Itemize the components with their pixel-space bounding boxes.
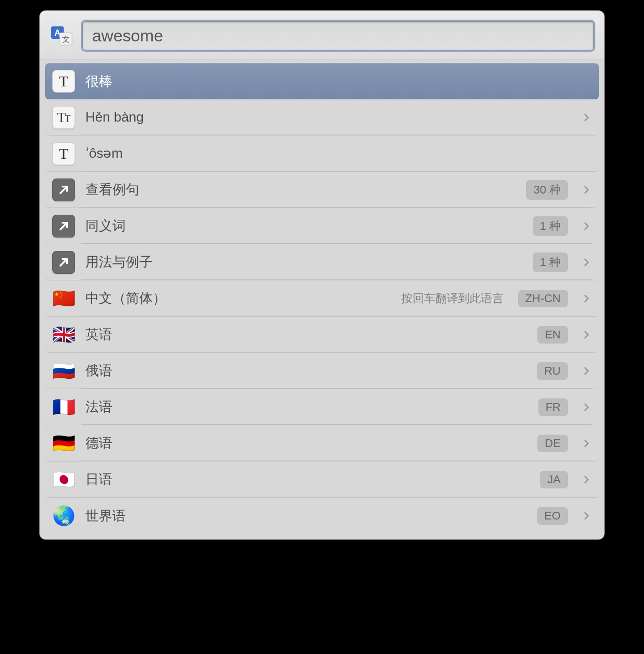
flag-de-icon: 🇩🇪: [52, 432, 75, 455]
lang-code-badge: EN: [537, 326, 568, 344]
translator-window: A 文 T 很棒 TT Hěn bàng: [39, 10, 605, 540]
result-label: 很棒: [85, 72, 592, 91]
flag-ru-icon: 🇷🇺: [52, 360, 75, 382]
result-hint: 按回车翻译到此语言: [401, 291, 504, 306]
lang-code-badge: EO: [537, 507, 568, 525]
result-usage[interactable]: 用法与例子 1 种: [45, 244, 599, 280]
chevron-right-icon: [581, 293, 592, 304]
result-examples[interactable]: 查看例句 30 种: [45, 172, 599, 208]
result-label: Hěn bàng: [85, 109, 571, 125]
result-label: 查看例句: [85, 181, 516, 199]
chevron-right-icon: [581, 474, 592, 485]
result-label: 世界语: [85, 507, 526, 525]
result-label: 同义词: [85, 217, 522, 235]
flag-fr-icon: 🇫🇷: [52, 396, 75, 419]
text-icon: T: [52, 142, 75, 165]
result-label: ˈôsəm: [85, 145, 592, 161]
translate-app-icon: A 文: [50, 24, 73, 47]
count-badge: 30 种: [526, 180, 568, 200]
chevron-right-icon: [581, 402, 592, 412]
result-lang-ja[interactable]: 🇯🇵 日语 JA: [45, 462, 599, 498]
result-label: 用法与例子: [85, 253, 522, 271]
result-label: 德语: [85, 434, 527, 452]
text-icon: T: [52, 70, 75, 93]
lang-code-badge: DE: [537, 435, 568, 452]
chevron-right-icon: [581, 221, 592, 231]
result-pinyin[interactable]: TT Hěn bàng: [45, 99, 599, 136]
results-list: T 很棒 TT Hěn bàng T ˈôsəm: [40, 60, 604, 539]
result-label: 中文（简体）: [85, 289, 391, 307]
result-phonetic[interactable]: T ˈôsəm: [45, 136, 599, 172]
result-label: 法语: [85, 398, 528, 416]
arrow-out-icon: [52, 251, 75, 274]
result-synonyms[interactable]: 同义词 1 种: [45, 208, 599, 244]
text-scale-icon: TT: [52, 106, 75, 129]
result-lang-zh-cn[interactable]: 🇨🇳 中文（简体） 按回车翻译到此语言 ZH-CN: [45, 280, 599, 317]
arrow-out-icon: [52, 179, 75, 201]
chevron-right-icon: [581, 185, 592, 195]
chevron-right-icon: [581, 330, 592, 340]
chevron-right-icon: [581, 257, 592, 267]
result-lang-fr[interactable]: 🇫🇷 法语 FR: [45, 389, 599, 425]
chevron-right-icon: [581, 366, 592, 376]
result-lang-eo[interactable]: 🌏 世界语 EO: [45, 498, 599, 534]
chevron-right-icon: [581, 112, 592, 123]
svg-text:文: 文: [62, 35, 70, 43]
flag-cn-icon: 🇨🇳: [52, 287, 75, 310]
search-bar: A 文: [40, 11, 604, 60]
chevron-right-icon: [581, 438, 592, 449]
result-label: 英语: [85, 325, 527, 344]
result-label: 日语: [85, 470, 530, 488]
count-badge: 1 种: [533, 252, 568, 272]
flag-jp-icon: 🇯🇵: [52, 468, 75, 491]
lang-code-badge: JA: [540, 471, 568, 488]
lang-code-badge: FR: [538, 398, 568, 416]
globe-icon: 🌏: [52, 504, 75, 527]
arrow-out-icon: [52, 215, 75, 237]
search-input[interactable]: [82, 21, 594, 50]
count-badge: 1 种: [533, 216, 568, 236]
chevron-right-icon: [581, 511, 592, 521]
flag-gb-icon: 🇬🇧: [52, 323, 75, 346]
result-label: 俄语: [85, 362, 526, 380]
result-lang-ru[interactable]: 🇷🇺 俄语 RU: [45, 353, 599, 389]
lang-code-badge: RU: [537, 362, 568, 380]
result-translation-primary[interactable]: T 很棒: [45, 63, 599, 99]
lang-code-badge: ZH-CN: [518, 290, 568, 307]
result-lang-de[interactable]: 🇩🇪 德语 DE: [45, 425, 599, 462]
result-lang-en[interactable]: 🇬🇧 英语 EN: [45, 317, 599, 353]
